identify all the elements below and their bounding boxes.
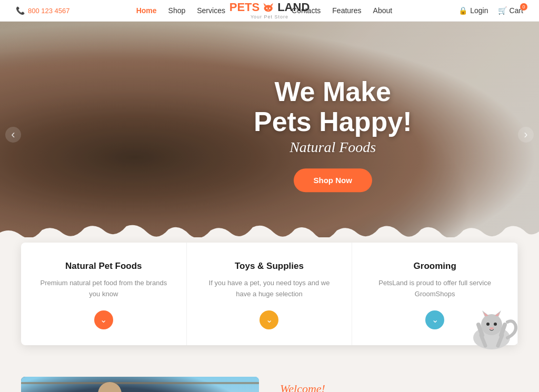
nav-home[interactable]: Home [136,6,157,15]
welcome-section: Welcome! More Than Just A Pet Store Pets… [0,345,539,392]
shop-now-button[interactable]: Shop Now [294,169,372,193]
svg-point-4 [270,7,271,9]
cart-button[interactable]: 🛒 0 Cart [498,6,523,15]
svg-point-11 [486,323,490,326]
feature-card-toys: Toys & Supplies If you have a pet, you n… [187,243,353,345]
feature-toys-title: Toys & Supplies [203,261,336,272]
svg-point-3 [266,7,268,9]
cat-decoration [460,296,539,361]
hero-next-arrow[interactable]: › [518,127,534,143]
feature-grooming-title: Grooming [368,261,502,272]
feature-grooming-button[interactable]: ⌄ [425,310,444,329]
logo-land: LAND [277,2,310,13]
svg-point-6 [481,314,502,335]
cat-illustration [460,296,523,359]
phone-icon: 📞 [16,6,25,15]
logo-tagline: Your Pet Store [251,14,288,19]
feature-card-food: Natural Pet Foods Premium natural pet fo… [21,243,187,345]
cart-icon: 🛒 [498,6,507,15]
header: 📞 800 123 4567 Home Shop Services PETS L… [0,0,539,22]
hero-prev-arrow[interactable]: ‹ [5,127,21,143]
hero-title: We Make Pets Happy! [254,77,412,137]
svg-marker-1 [264,3,266,6]
svg-marker-2 [271,3,273,6]
feature-food-desc: Premium natural pet food from the brands… [37,278,171,300]
lock-icon: 🔒 [458,6,467,15]
feature-food-button[interactable]: ⌄ [94,310,113,329]
svg-point-12 [494,323,497,326]
nav-shop[interactable]: Shop [168,6,186,15]
svg-point-0 [264,5,273,12]
feature-food-title: Natural Pet Foods [37,261,171,272]
nav-about[interactable]: About [373,6,393,15]
cart-badge: 0 [520,3,527,11]
feature-toys-button[interactable]: ⌄ [259,310,278,329]
nav-services[interactable]: Services [197,6,225,15]
svg-point-13 [490,327,494,329]
features-container: Natural Pet Foods Premium natural pet fo… [21,243,518,345]
hero-subtitle: Natural Foods [254,139,412,156]
logo-cat-icon [261,2,276,13]
login-button[interactable]: 🔒 Login [458,6,488,15]
hero-content: We Make Pets Happy! Natural Foods Shop N… [254,77,412,192]
header-actions: 🔒 Login 🛒 0 Cart [458,6,523,15]
welcome-label: Welcome! [280,382,518,392]
features-section: Natural Pet Foods Premium natural pet fo… [0,237,539,345]
logo-pets: PETS [229,2,259,13]
nav-left: Home Shop Services [136,6,225,15]
phone-number[interactable]: 📞 800 123 4567 [16,6,70,15]
nav-features[interactable]: Features [332,6,361,15]
welcome-text: Welcome! More Than Just A Pet Store Pets… [280,377,518,392]
logo: PETS LAND Your Pet Store [229,2,310,19]
feature-toys-desc: If you have a pet, you need toys and we … [203,278,336,300]
hero-section: ‹ › We Make Pets Happy! Natural Foods Sh… [0,22,539,248]
welcome-store-image [21,377,259,392]
store-shelves [21,382,259,392]
